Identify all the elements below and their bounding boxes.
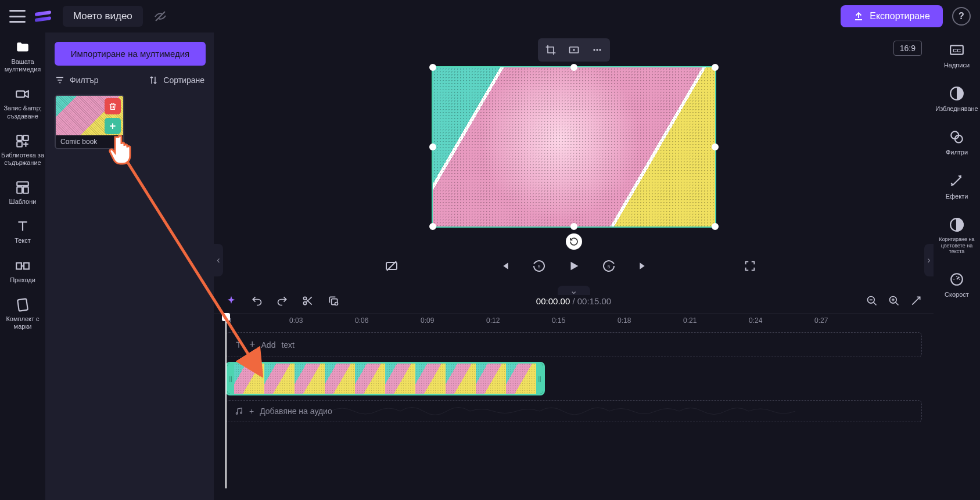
fullscreen-button[interactable] xyxy=(741,257,759,275)
resize-handle-tm[interactable] xyxy=(570,64,577,71)
speed-button[interactable]: Скорост xyxy=(945,271,969,298)
add-audio-label: Добавяне на аудио xyxy=(260,407,332,416)
rewind-5-button[interactable]: 5 xyxy=(530,257,548,275)
svg-point-21 xyxy=(304,297,307,300)
video-track[interactable]: || || xyxy=(225,361,922,397)
resize-handle-tr[interactable] xyxy=(712,64,719,71)
sort-button[interactable]: Сортиране xyxy=(148,75,204,85)
play-icon xyxy=(568,260,580,272)
sidebar-transitions[interactable]: Преходи xyxy=(0,258,45,284)
playback-controls: 5 5 xyxy=(214,257,934,275)
resize-handle-bl[interactable] xyxy=(429,223,436,230)
filters-button[interactable]: Филтри xyxy=(946,129,968,156)
skip-back-button[interactable] xyxy=(495,257,514,275)
svg-rect-1 xyxy=(16,91,24,98)
svg-rect-8 xyxy=(16,262,21,269)
play-button[interactable] xyxy=(565,257,583,275)
ruler-tick: 0:09 xyxy=(421,316,434,325)
ai-button[interactable] xyxy=(225,295,237,307)
ruler-tick: 0:21 xyxy=(683,316,697,325)
templates-icon xyxy=(15,179,31,196)
zoom-fit-button[interactable] xyxy=(910,295,922,307)
collapse-properties-panel-button[interactable]: › xyxy=(924,244,934,276)
zoom-out-button[interactable] xyxy=(866,295,878,307)
text-hint: text xyxy=(281,340,295,350)
filter-icon xyxy=(55,75,65,85)
video-clip[interactable]: || || xyxy=(225,362,545,395)
clip-handle-right[interactable]: || xyxy=(536,364,543,394)
audio-track[interactable]: + Добавяне на аудио xyxy=(225,400,922,422)
redo-button[interactable] xyxy=(277,295,288,307)
effects-button[interactable]: Ефекти xyxy=(946,173,968,200)
svg-point-14 xyxy=(593,49,595,51)
scissors-icon xyxy=(302,295,314,307)
resize-handle-ml[interactable] xyxy=(429,143,436,150)
delete-media-button[interactable] xyxy=(105,98,121,114)
preview-area: 16:9 5 5 xyxy=(214,33,934,288)
right-label: Филтри xyxy=(946,149,968,156)
timeline: ⌄ 00:00.00 / 00:15.00 :0 0:03 0:06 0:09 … xyxy=(214,288,934,500)
library-icon xyxy=(15,133,31,149)
sidebar-label: Текст xyxy=(15,237,31,244)
more-options-button[interactable] xyxy=(587,41,608,59)
right-sidebar: CC Надписи Избледняване Филтри Ефекти Ко… xyxy=(934,33,980,500)
zoom-in-button[interactable] xyxy=(888,295,900,307)
svg-point-13 xyxy=(573,49,575,51)
svg-rect-5 xyxy=(17,182,28,186)
import-media-button[interactable]: Импортиране на мултимедия xyxy=(55,42,206,66)
menu-button[interactable] xyxy=(9,10,26,23)
sidebar-templates[interactable]: Шаблони xyxy=(0,179,45,206)
split-button[interactable] xyxy=(302,295,314,307)
rotate-handle[interactable] xyxy=(566,233,582,250)
rewind-icon: 5 xyxy=(532,259,546,273)
fade-icon xyxy=(949,85,965,102)
resize-handle-br[interactable] xyxy=(712,223,719,230)
filter-button[interactable]: Филтър xyxy=(55,75,99,85)
resize-handle-bm[interactable] xyxy=(570,223,577,230)
sidebar-your-media[interactable]: Вашата мултимедия xyxy=(0,39,45,73)
preview-toolbar xyxy=(538,38,610,62)
sidebar-label: Комплект с марки xyxy=(0,315,45,330)
clip-handle-left[interactable]: || xyxy=(227,364,234,394)
aspect-ratio-button[interactable]: 16:9 xyxy=(893,41,922,56)
copy-plus-icon xyxy=(328,295,339,307)
redo-icon xyxy=(277,295,288,307)
sidebar-text[interactable]: Текст xyxy=(0,218,45,244)
collapse-media-panel-button[interactable]: ‹ xyxy=(214,244,223,276)
captions-button[interactable]: CC Надписи xyxy=(944,42,970,69)
playhead[interactable] xyxy=(225,314,227,488)
resize-handle-mr[interactable] xyxy=(712,143,719,150)
adjust-color-button[interactable]: Коригиране на цветовете на текста xyxy=(934,217,980,255)
sidebar-record-create[interactable]: Запис &amp; създаване xyxy=(0,86,45,120)
add-text-label: Add xyxy=(261,340,276,350)
preview-canvas[interactable] xyxy=(432,66,716,228)
sidebar-brand-kit[interactable]: Комплект с марки xyxy=(0,297,45,330)
fade-button[interactable]: Избледняване xyxy=(935,85,978,113)
trash-icon xyxy=(108,102,117,111)
text-track[interactable]: + Add text xyxy=(225,332,922,357)
fit-button[interactable] xyxy=(563,41,584,59)
forward-5-button[interactable]: 5 xyxy=(600,257,618,275)
project-title[interactable]: Моето видео xyxy=(63,6,143,27)
export-button[interactable]: Експортиране xyxy=(841,5,943,27)
right-label: Ефекти xyxy=(946,193,968,200)
svg-point-16 xyxy=(599,49,601,51)
sidebar-label: Запис &amp; създаване xyxy=(0,105,45,120)
duplicate-button[interactable] xyxy=(328,295,339,307)
timeline-ruler[interactable]: :0 0:03 0:06 0:09 0:12 0:15 0:18 0:21 0:… xyxy=(214,314,934,329)
sidebar-label: Преходи xyxy=(10,276,35,284)
ruler-tick: 0:03 xyxy=(289,316,303,325)
upload-icon xyxy=(853,11,864,21)
preview-off-button[interactable] xyxy=(382,257,401,275)
skip-forward-button[interactable] xyxy=(634,257,653,275)
sidebar-content-library[interactable]: Библиотека за съдържание xyxy=(0,133,45,167)
svg-rect-6 xyxy=(17,187,22,193)
visibility-off-icon[interactable] xyxy=(152,8,168,24)
undo-button[interactable] xyxy=(251,295,263,307)
preview-off-icon xyxy=(385,259,399,273)
skip-back-icon xyxy=(498,260,510,272)
crop-button[interactable] xyxy=(540,41,561,59)
resize-handle-tl[interactable] xyxy=(429,64,436,71)
collapse-timeline-button[interactable]: ⌄ xyxy=(558,286,590,295)
help-button[interactable]: ? xyxy=(952,7,971,26)
